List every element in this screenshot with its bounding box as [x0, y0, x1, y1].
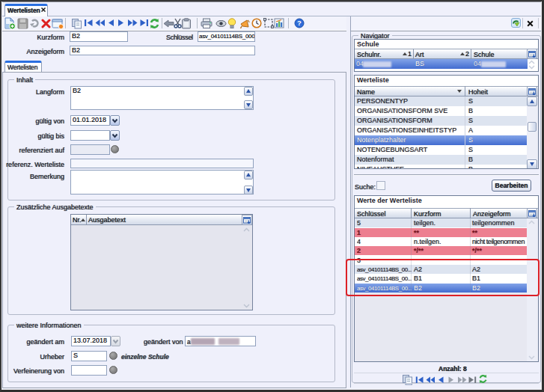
svg-text:?: ? [297, 19, 302, 27]
